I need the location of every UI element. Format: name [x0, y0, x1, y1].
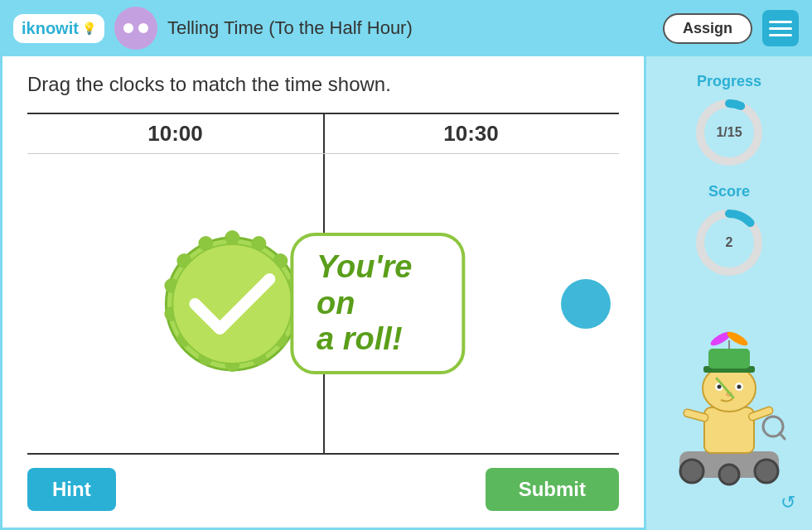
checkmark-badge [157, 229, 307, 378]
mascot-svg [667, 329, 791, 486]
submit-button[interactable]: Submit [486, 468, 619, 511]
page-title: Telling Time (To the Half Hour) [167, 17, 653, 39]
bulb-icon: 💡 [82, 22, 96, 35]
nav-arrow[interactable]: ↺ [781, 492, 795, 513]
torso [704, 407, 754, 453]
main-layout: Drag the clocks to match the time shown.… [0, 56, 812, 530]
wheel-left [680, 460, 703, 483]
success-text: You're on a roll! [317, 249, 438, 358]
dot-left [123, 23, 133, 33]
hamburger-line-2 [769, 27, 792, 30]
magnifier-handle [780, 433, 785, 439]
clock-area: You're on a roll! [27, 154, 619, 455]
hamburger-line-3 [769, 34, 792, 36]
mascot-avatar [114, 7, 157, 50]
score-value: 2 [726, 235, 733, 250]
eye-right-pupil [737, 385, 742, 389]
wheel-right [755, 460, 778, 483]
clock-hint [561, 279, 611, 329]
logo-text: iknowit [22, 19, 79, 38]
content-area: Drag the clocks to match the time shown.… [0, 56, 646, 530]
bottom-bar: Hint Submit [27, 455, 619, 511]
instruction-text: Drag the clocks to match the time shown. [27, 73, 619, 96]
progress-section: Progress 1/15 [692, 73, 766, 170]
score-section: Score 2 [692, 183, 766, 280]
time-row: 10:00 10:30 [27, 113, 619, 154]
badge-svg [157, 229, 307, 378]
assign-button[interactable]: Assign [663, 13, 752, 44]
hamburger-line-1 [769, 21, 792, 23]
logo: iknowit 💡 [13, 14, 104, 43]
time-right: 10:30 [323, 121, 619, 147]
dot-right [138, 23, 148, 33]
menu-button[interactable] [762, 10, 799, 46]
hint-button[interactable]: Hint [27, 468, 116, 511]
progress-value: 1/15 [716, 125, 742, 140]
mascot-area: ↺ [655, 293, 804, 522]
hat-top [708, 349, 750, 369]
mascot-dots [123, 23, 148, 33]
vertical-divider-top [323, 114, 325, 153]
progress-circle: 1/15 [692, 95, 766, 170]
progress-label: Progress [697, 73, 761, 90]
svg-point-1 [225, 230, 239, 245]
time-left: 10:00 [27, 121, 323, 147]
header: iknowit 💡 Telling Time (To the Half Hour… [0, 0, 812, 56]
score-label: Score [708, 183, 750, 200]
eye-left-pupil [718, 385, 722, 389]
wheel-mid [719, 465, 739, 484]
score-circle: 2 [692, 205, 766, 280]
success-overlay: You're on a roll! [157, 229, 465, 378]
sidebar: Progress 1/15 Score 2 [646, 56, 812, 530]
success-bubble: You're on a roll! [290, 233, 465, 374]
